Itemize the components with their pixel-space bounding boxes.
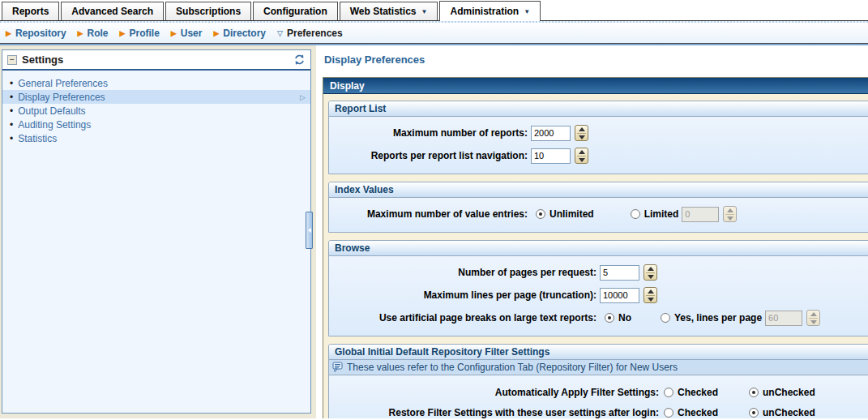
display-group-body: Report List Maximum number of reports: R… <box>323 94 868 418</box>
radio-unlimited[interactable] <box>536 209 545 219</box>
section-title: Report List <box>329 101 868 117</box>
sidebar-item-label: Auditing Settings <box>18 119 91 131</box>
breadcrumb-arrow-icon: ▶ <box>213 29 219 37</box>
breadcrumb-arrow-icon: ▶ <box>171 29 177 37</box>
bullet-icon: • <box>10 105 13 117</box>
main-panel: Display Preferences Display Report List … <box>316 45 868 418</box>
radio-apply-unchecked[interactable] <box>749 388 759 397</box>
section-title: Index Values <box>329 182 868 198</box>
limited-value-spinner <box>723 206 737 222</box>
tab-label: Administration <box>450 6 519 17</box>
settings-sidebar: − Settings • General Preferences ▷ • Dis… <box>2 49 311 414</box>
section-report-list: Report List Maximum number of reports: R… <box>328 101 868 174</box>
bullet-icon: • <box>10 133 13 144</box>
sidebar-item-auditing-settings[interactable]: • Auditing Settings ▷ <box>2 118 310 131</box>
breadcrumb-repository[interactable]: Repository <box>15 28 66 39</box>
breadcrumb-arrow-icon: ▶ <box>120 29 126 37</box>
radio-label: unChecked <box>763 387 815 398</box>
section-title: Global Initial Default Repository Filter… <box>329 345 868 360</box>
radio-label: Limited <box>644 208 679 220</box>
field-row: Maximum number of reports: <box>329 122 868 144</box>
section-browse: Browse Number of pages per request: Maxi… <box>328 240 868 336</box>
breadcrumb-arrow-icon: ▶ <box>78 29 83 37</box>
radio-restore-unchecked[interactable] <box>749 408 759 418</box>
tab-label: Advanced Search <box>71 6 153 17</box>
max-lines-per-page-input[interactable] <box>600 288 639 303</box>
sidebar-item-display-preferences[interactable]: • Display Preferences ▷ <box>2 90 310 104</box>
pages-per-request-input[interactable] <box>600 265 639 281</box>
field-row: Restore Filter Settings with these user … <box>329 402 868 418</box>
sidebar-item-label: General Preferences <box>18 78 108 89</box>
tab-label: Configuration <box>263 6 327 17</box>
field-row: Automatically Apply Filter Settings: Che… <box>329 382 868 402</box>
dropdown-caret-icon: ▼ <box>421 8 428 15</box>
radio-page-breaks-yes[interactable] <box>661 313 670 323</box>
field-label: Restore Filter Settings with these user … <box>329 407 659 418</box>
field-row: Maximum number of value entries: Unlimit… <box>329 203 868 225</box>
tab-configuration[interactable]: Configuration <box>253 2 338 20</box>
sidebar-item-general-preferences[interactable]: • General Preferences ▷ <box>2 76 310 90</box>
lines-per-page-spinner <box>806 310 820 326</box>
radio-label: unChecked <box>763 407 815 418</box>
radio-restore-checked[interactable] <box>664 408 673 418</box>
breadcrumb-role[interactable]: Role <box>88 28 109 39</box>
breadcrumb-current-icon: ▽ <box>277 29 283 37</box>
field-label: Maximum lines per page (truncation): <box>329 289 596 301</box>
field-label: Maximum number of reports: <box>329 127 528 139</box>
breadcrumb-current: Preferences <box>287 28 343 39</box>
radio-apply-checked[interactable] <box>664 388 673 397</box>
tab-label: Reports <box>12 6 49 17</box>
sidebar-item-label: Output Defaults <box>18 105 85 117</box>
tab-advanced-search[interactable]: Advanced Search <box>61 2 164 20</box>
lines-per-page-input[interactable] <box>765 311 802 326</box>
panel-splitter-handle[interactable] <box>306 212 313 249</box>
field-row: Reports per report list navigation: <box>329 144 868 167</box>
tab-administration[interactable]: Administration ▼ <box>439 1 541 21</box>
reports-per-navigation-spinner[interactable] <box>575 148 588 164</box>
dropdown-caret-icon: ▼ <box>524 8 530 15</box>
reports-per-navigation-input[interactable] <box>531 148 571 164</box>
sidebar-item-label: Display Preferences <box>18 92 105 103</box>
max-reports-spinner[interactable] <box>575 125 588 141</box>
refresh-icon[interactable] <box>293 54 306 66</box>
tab-reports[interactable]: Reports <box>2 2 59 20</box>
collapse-icon[interactable]: − <box>7 55 17 65</box>
breadcrumb-directory[interactable]: Directory <box>223 28 266 39</box>
radio-limited[interactable] <box>631 209 640 219</box>
sidebar-header: − Settings <box>2 50 310 71</box>
radio-label: Yes, lines per page <box>674 312 762 324</box>
field-row: Maximum lines per page (truncation): <box>329 284 868 306</box>
sidebar-item-statistics[interactable]: • Statistics ▷ <box>2 131 310 145</box>
note-icon <box>332 362 344 373</box>
field-label: Maximum number of value entries: <box>329 208 528 220</box>
collapse-left-icon <box>308 228 311 233</box>
field-row: Number of pages per request: <box>329 261 868 284</box>
sidebar-item-label: Statistics <box>18 133 57 144</box>
radio-label: No <box>618 312 631 324</box>
tab-label: Subscriptions <box>176 6 241 17</box>
tab-label: Web Statistics <box>350 6 417 17</box>
bullet-icon: • <box>10 119 13 131</box>
field-row: Use artificial page breaks on large text… <box>329 306 868 329</box>
breadcrumb-user[interactable]: User <box>181 28 203 39</box>
max-lines-per-page-spinner[interactable] <box>644 287 657 303</box>
sidebar-item-output-defaults[interactable]: • Output Defaults ▷ <box>2 104 310 118</box>
sidebar-items: • General Preferences ▷ • Display Prefer… <box>2 71 310 145</box>
selected-arrow-icon: ▷ <box>300 93 306 101</box>
radio-label: Checked <box>678 407 718 418</box>
sidebar-title: Settings <box>22 54 293 66</box>
field-label: Number of pages per request: <box>329 267 596 278</box>
content-region: − Settings • General Preferences ▷ • Dis… <box>0 44 868 418</box>
tab-subscriptions[interactable]: Subscriptions <box>165 2 251 20</box>
pages-per-request-spinner[interactable] <box>644 264 657 281</box>
limited-value-input[interactable] <box>682 207 719 222</box>
breadcrumb-profile[interactable]: Profile <box>129 28 159 39</box>
bullet-icon: • <box>10 92 13 103</box>
breadcrumb: ▶ Repository ▶ Role ▶ Profile ▶ User ▶ D… <box>0 21 868 44</box>
tab-web-statistics[interactable]: Web Statistics ▼ <box>340 2 438 20</box>
section-title: Browse <box>329 241 868 256</box>
field-label: Use artificial page breaks on large text… <box>329 312 596 324</box>
radio-page-breaks-no[interactable] <box>605 313 614 323</box>
display-group: Display Report List Maximum number of re… <box>323 77 868 418</box>
max-reports-input[interactable] <box>531 126 571 141</box>
